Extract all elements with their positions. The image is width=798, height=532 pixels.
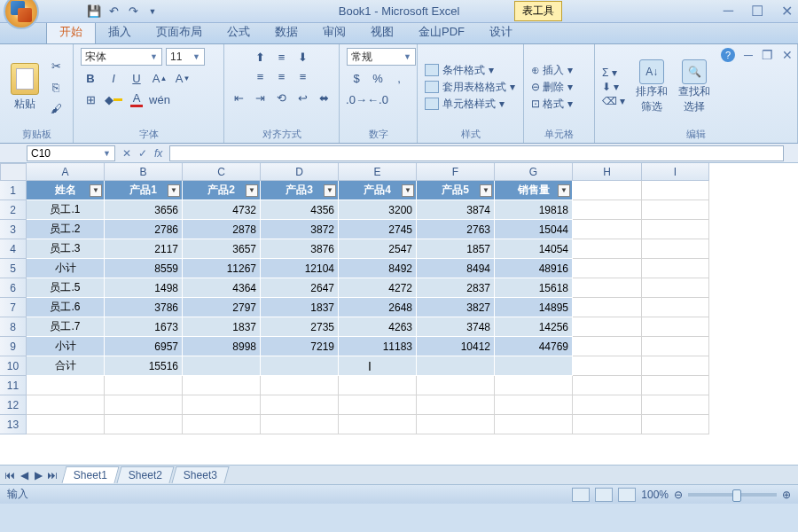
cell-B12[interactable] bbox=[105, 395, 183, 415]
cell-E10[interactable] bbox=[339, 356, 417, 376]
cell-G4[interactable]: 14054 bbox=[495, 239, 573, 259]
cell-F1[interactable]: 产品5▼ bbox=[417, 181, 495, 200]
font-size-combo[interactable]: 11▼ bbox=[166, 48, 205, 66]
select-all-corner[interactable] bbox=[0, 163, 27, 181]
row-header-1[interactable]: 1 bbox=[0, 181, 27, 200]
cell-B6[interactable]: 1498 bbox=[105, 278, 183, 298]
cell-I5[interactable] bbox=[642, 259, 709, 278]
cell-E2[interactable]: 3200 bbox=[339, 200, 417, 220]
cell-A3[interactable]: 员工.2 bbox=[27, 220, 105, 239]
col-header-D[interactable]: D bbox=[261, 163, 339, 181]
name-box[interactable]: C10▼ bbox=[27, 145, 115, 161]
first-sheet-icon[interactable]: ⏮ bbox=[4, 469, 16, 481]
cell-B3[interactable]: 2786 bbox=[105, 220, 183, 239]
paste-button[interactable]: 粘贴 bbox=[7, 63, 43, 112]
cell-I12[interactable] bbox=[642, 395, 709, 415]
cell-D11[interactable] bbox=[261, 376, 339, 395]
cell-B1[interactable]: 产品1▼ bbox=[105, 181, 183, 200]
cell-B5[interactable]: 8559 bbox=[105, 259, 183, 278]
align-right-icon[interactable]: ≡ bbox=[293, 67, 313, 85]
format-button[interactable]: ⊡ 格式 ▾ bbox=[531, 97, 573, 112]
cell-A2[interactable]: 员工.1 bbox=[27, 200, 105, 220]
tab-视图[interactable]: 视图 bbox=[358, 20, 406, 43]
row-header-9[interactable]: 9 bbox=[0, 337, 27, 356]
cell-F5[interactable]: 8494 bbox=[417, 259, 495, 278]
mdi-restore-icon[interactable]: ❐ bbox=[762, 48, 773, 62]
cell-I7[interactable] bbox=[642, 298, 709, 317]
cell-G3[interactable]: 15044 bbox=[495, 220, 573, 239]
col-header-F[interactable]: F bbox=[417, 163, 495, 181]
cell-G7[interactable]: 14895 bbox=[495, 298, 573, 317]
font-color-button[interactable]: A bbox=[127, 90, 146, 108]
cell-D5[interactable]: 12104 bbox=[261, 259, 339, 278]
wrap-text-icon[interactable]: ↩ bbox=[293, 89, 313, 106]
filter-button-1[interactable]: ▼ bbox=[168, 184, 180, 197]
cell-I1[interactable] bbox=[642, 181, 709, 200]
cell-A12[interactable] bbox=[27, 395, 105, 415]
shrink-font-button[interactable]: A▼ bbox=[173, 69, 192, 87]
cell-E9[interactable]: 11183 bbox=[339, 337, 417, 356]
cell-F7[interactable]: 3827 bbox=[417, 298, 495, 317]
cell-F9[interactable]: 10412 bbox=[417, 337, 495, 356]
cell-I8[interactable] bbox=[642, 317, 709, 337]
cell-I6[interactable] bbox=[642, 278, 709, 298]
conditional-format-button[interactable]: 条件格式 ▾ bbox=[425, 63, 515, 78]
col-header-A[interactable]: A bbox=[27, 163, 105, 181]
tab-开始[interactable]: 开始 bbox=[46, 20, 96, 43]
cell-D12[interactable] bbox=[261, 395, 339, 415]
cell-H3[interactable] bbox=[573, 220, 642, 239]
col-header-G[interactable]: G bbox=[495, 163, 573, 181]
increase-decimal-icon[interactable]: .0→ bbox=[347, 90, 366, 108]
phonetic-button[interactable]: wén bbox=[150, 90, 169, 108]
cell-G9[interactable]: 44769 bbox=[495, 337, 573, 356]
cell-D10[interactable] bbox=[261, 356, 339, 376]
cell-G8[interactable]: 14256 bbox=[495, 317, 573, 337]
cell-E13[interactable] bbox=[339, 415, 417, 434]
cell-C5[interactable]: 11267 bbox=[183, 259, 261, 278]
last-sheet-icon[interactable]: ⏭ bbox=[46, 469, 59, 481]
cell-B8[interactable]: 1673 bbox=[105, 317, 183, 337]
font-name-combo[interactable]: 宋体▼ bbox=[81, 48, 162, 66]
cell-C9[interactable]: 8998 bbox=[183, 337, 261, 356]
cell-C4[interactable]: 3657 bbox=[183, 239, 261, 259]
zoom-in-icon[interactable]: ⊕ bbox=[782, 489, 791, 501]
tab-公式[interactable]: 公式 bbox=[215, 20, 262, 43]
cell-D13[interactable] bbox=[261, 415, 339, 434]
prev-sheet-icon[interactable]: ◀ bbox=[18, 469, 30, 481]
close-button[interactable]: ✕ bbox=[781, 3, 793, 20]
cell-H10[interactable] bbox=[573, 356, 642, 376]
cell-E1[interactable]: 产品4▼ bbox=[339, 181, 417, 200]
maximize-button[interactable]: ☐ bbox=[751, 3, 763, 20]
cell-B7[interactable]: 3786 bbox=[105, 298, 183, 317]
border-button[interactable]: ⊞ bbox=[81, 90, 100, 108]
increase-indent-icon[interactable]: ⇥ bbox=[251, 89, 270, 106]
formula-input[interactable] bbox=[169, 145, 784, 161]
cell-B2[interactable]: 3656 bbox=[105, 200, 183, 220]
cell-H4[interactable] bbox=[573, 239, 642, 259]
cell-D6[interactable]: 2647 bbox=[261, 278, 339, 298]
cell-C1[interactable]: 产品2▼ bbox=[183, 181, 261, 200]
cell-I13[interactable] bbox=[642, 415, 709, 434]
filter-button-6[interactable]: ▼ bbox=[558, 184, 570, 197]
row-header-8[interactable]: 8 bbox=[0, 317, 27, 337]
cell-B4[interactable]: 2117 bbox=[105, 239, 183, 259]
row-header-3[interactable]: 3 bbox=[0, 220, 27, 239]
cell-H6[interactable] bbox=[573, 278, 642, 298]
row-header-5[interactable]: 5 bbox=[0, 259, 27, 278]
number-format-combo[interactable]: 常规▼ bbox=[347, 48, 416, 66]
insert-button[interactable]: ⊕ 插入 ▾ bbox=[531, 63, 573, 78]
undo-icon[interactable]: ↶ bbox=[106, 4, 121, 19]
cell-styles-button[interactable]: 单元格样式 ▾ bbox=[425, 97, 515, 112]
cell-F13[interactable] bbox=[417, 415, 495, 434]
row-header-11[interactable]: 11 bbox=[0, 376, 27, 395]
cell-B11[interactable] bbox=[105, 376, 183, 395]
cell-D1[interactable]: 产品3▼ bbox=[261, 181, 339, 200]
cell-G5[interactable]: 48916 bbox=[495, 259, 573, 278]
table-tools-tab[interactable]: 表工具 bbox=[514, 1, 562, 21]
copy-icon[interactable]: ⎘ bbox=[46, 78, 66, 96]
save-icon[interactable]: 💾 bbox=[87, 4, 101, 19]
cell-D4[interactable]: 3876 bbox=[261, 239, 339, 259]
cell-A5[interactable]: 小计 bbox=[27, 259, 105, 278]
tab-审阅[interactable]: 审阅 bbox=[310, 20, 358, 43]
cell-D2[interactable]: 4356 bbox=[261, 200, 339, 220]
